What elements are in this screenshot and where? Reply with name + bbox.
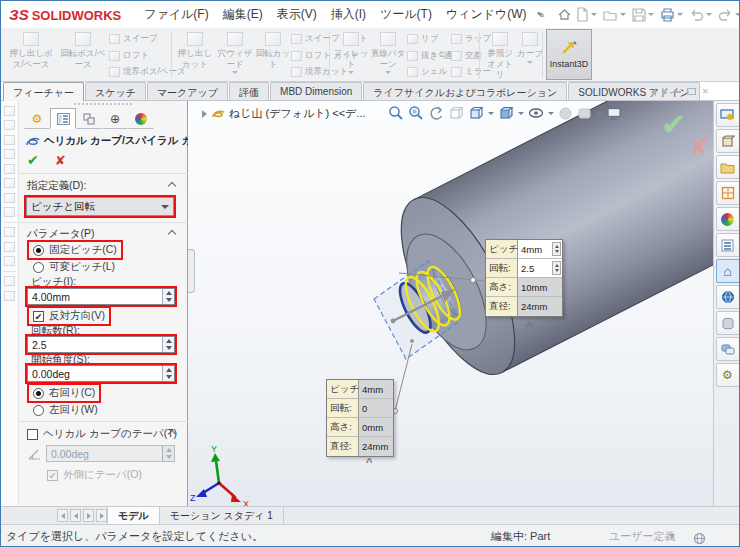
tab-sketch[interactable]: スケッチ	[85, 82, 146, 100]
view-palette-button[interactable]	[716, 181, 740, 205]
pin-menu-icon[interactable]: ✒	[533, 6, 549, 23]
new-file-button[interactable]	[575, 6, 600, 24]
custom-properties-button[interactable]	[716, 233, 740, 257]
doc-minimize-icon[interactable]	[673, 91, 681, 93]
display-style-dropdown-icon[interactable]	[518, 112, 524, 115]
parameters-collapse-icon[interactable]	[168, 230, 176, 238]
fillet-button[interactable]: フィレット	[333, 30, 369, 74]
tab-features[interactable]: フィーチャー	[3, 82, 84, 101]
fillet-dropdown-icon[interactable]	[348, 71, 354, 74]
tab-scroll-last[interactable]	[96, 509, 107, 522]
extruded-boss-button[interactable]: 押し出しボス/ベース	[5, 30, 57, 69]
ok-button[interactable]: ✔	[27, 152, 39, 168]
menu-tools[interactable]: ツール(T)	[373, 3, 439, 26]
tab-lifecycle[interactable]: ライフサイクルおよびコラボレーション	[363, 82, 567, 100]
tab-evaluate[interactable]: 評価	[229, 82, 269, 100]
3d-content-central-button[interactable]	[716, 285, 740, 309]
tab-motion-study[interactable]: モーション スタディ 1	[160, 507, 284, 524]
counterclockwise-radio[interactable]: 左回り(W)	[29, 402, 102, 418]
sw-resources-button[interactable]	[716, 103, 740, 127]
definition-collapse-icon[interactable]	[168, 182, 176, 190]
loft-button[interactable]: ロフト	[109, 50, 171, 62]
tab-feature-manager[interactable]: ⚙	[24, 108, 50, 129]
sweep-button[interactable]: スイープ	[109, 33, 171, 45]
tab-configurations[interactable]	[76, 108, 102, 129]
tab-property-manager[interactable]	[50, 108, 76, 129]
callout-collapse-caret[interactable]: ^	[526, 320, 532, 332]
previous-view-icon[interactable]	[428, 106, 444, 121]
taper-helix-checkbox[interactable]: ヘリカル カーブのテーパ(T)	[23, 426, 181, 442]
fixed-pitch-radio[interactable]: 固定ピッチ(C)	[29, 242, 121, 258]
configuration-status[interactable]: ユーザー定義	[609, 529, 676, 544]
menu-edit[interactable]: 編集(E)	[216, 3, 270, 26]
panel-splitter-handle[interactable]	[188, 249, 195, 293]
confirm-ok-button[interactable]: ✔	[661, 107, 686, 142]
print-button[interactable]	[659, 6, 686, 24]
callout-rev-value[interactable]: 2.5	[518, 259, 562, 278]
undo-dropdown-icon[interactable]	[706, 13, 712, 16]
doc-forward-icon[interactable]	[662, 88, 667, 96]
menu-insert[interactable]: 挿入(I)	[324, 3, 373, 26]
home-button[interactable]	[556, 6, 573, 24]
file-explorer-button[interactable]	[716, 155, 740, 179]
linear-pattern-button[interactable]: 直線パターン	[369, 30, 407, 74]
pitch-spinner[interactable]	[162, 289, 174, 304]
custom-settings-button[interactable]: ⚙	[716, 363, 740, 387]
hide-show-items-icon[interactable]	[528, 106, 544, 120]
revolutions-spinner[interactable]	[162, 337, 174, 352]
callout2-collapse-caret[interactable]: ^	[366, 456, 372, 468]
open-file-dropdown-icon[interactable]	[620, 13, 626, 16]
extruded-cut-button[interactable]: 押し出しカット	[175, 30, 215, 69]
tab-scroll-prev[interactable]	[70, 509, 81, 522]
doc-restore-icon[interactable]	[687, 88, 696, 95]
appearances-button[interactable]	[716, 207, 740, 231]
callout-rev-spinner[interactable]	[552, 261, 561, 275]
revolutions-input[interactable]: 2.5	[27, 336, 175, 353]
undo-button[interactable]	[688, 6, 715, 24]
view-orientation-dropdown-icon[interactable]	[488, 112, 494, 115]
design-library-button[interactable]	[716, 129, 740, 153]
variable-pitch-radio[interactable]: 可変ピッチ(L)	[29, 259, 119, 275]
menu-view[interactable]: 表示(V)	[270, 3, 324, 26]
revolved-boss-button[interactable]: 回転ボス/ベース	[57, 30, 109, 69]
curves-dropdown-icon[interactable]	[527, 61, 533, 64]
home-tab-button[interactable]: ⌂	[716, 259, 740, 283]
clockwise-radio[interactable]: 右回り(C)	[29, 385, 99, 401]
tab-scroll-next[interactable]	[83, 509, 94, 522]
save-button[interactable]	[631, 6, 657, 24]
doc-back-icon[interactable]	[651, 88, 656, 96]
tab-mbd-dimension[interactable]: MBD Dimension	[270, 82, 362, 100]
start-angle-input[interactable]: 0.00deg	[27, 365, 175, 382]
menu-window[interactable]: ウィンドウ(W)	[439, 3, 534, 26]
tab-scroll-first[interactable]	[57, 509, 68, 522]
zoom-fit-icon[interactable]	[388, 105, 404, 121]
view-settings-icon[interactable]	[606, 106, 622, 121]
pitch-input[interactable]: 4.00mm	[27, 288, 175, 305]
hole-wizard-dropdown-icon[interactable]	[232, 71, 238, 74]
redo-dropdown-icon[interactable]	[735, 13, 740, 16]
doc-close-icon[interactable]: ×	[702, 86, 708, 97]
menu-file[interactable]: ファイル(F)	[137, 3, 215, 26]
panel-grip[interactable]	[74, 103, 132, 105]
instant3d-button[interactable]: Instant3D	[546, 29, 592, 80]
revolved-cut-button[interactable]: 回転カット	[255, 30, 291, 69]
boundary-boss-button[interactable]: 境界ボス/ベース	[109, 66, 171, 78]
tab-model[interactable]: モデル	[107, 507, 160, 524]
callout-pitch-value[interactable]: 4mm	[518, 240, 562, 259]
units-globe-icon[interactable]	[693, 532, 706, 545]
definition-dropdown[interactable]: ピッチと回転	[26, 197, 174, 216]
graphics-viewport[interactable]: Y Z X ねじ山 (デフォルト) <<デ... ✔	[188, 101, 713, 506]
section-view-icon[interactable]	[448, 105, 464, 121]
new-file-dropdown-icon[interactable]	[591, 13, 597, 16]
reverse-direction-checkbox[interactable]: ✔ 反対方向(V)	[29, 308, 109, 324]
tab-dimxpert[interactable]: ⊕	[102, 108, 128, 129]
forum-button[interactable]	[716, 337, 740, 361]
view-orientation-icon[interactable]	[468, 105, 484, 121]
zoom-area-icon[interactable]	[408, 105, 424, 121]
curves-button[interactable]: カーブ	[517, 30, 543, 64]
pdm-vault-button[interactable]	[716, 311, 740, 335]
linear-pattern-dropdown-icon[interactable]	[385, 71, 391, 74]
hide-show-dropdown-icon[interactable]	[548, 112, 554, 115]
confirm-cancel-button[interactable]: ✘	[689, 133, 709, 161]
tab-display-manager[interactable]	[128, 108, 154, 129]
